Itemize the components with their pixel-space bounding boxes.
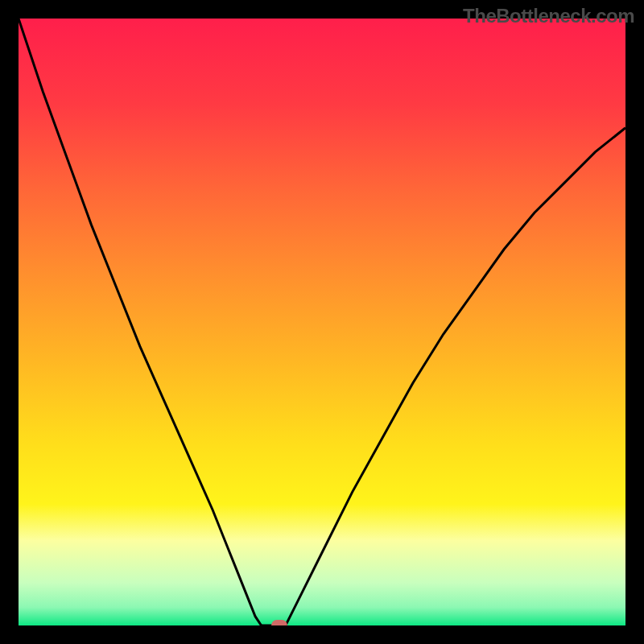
watermark-text: TheBottleneck.com — [463, 5, 634, 27]
curve-right-branch — [286, 128, 625, 625]
plot-area — [19, 19, 625, 625]
bottleneck-marker — [271, 620, 287, 625]
curve-left-branch — [19, 19, 262, 625]
curve-lines — [19, 19, 625, 625]
